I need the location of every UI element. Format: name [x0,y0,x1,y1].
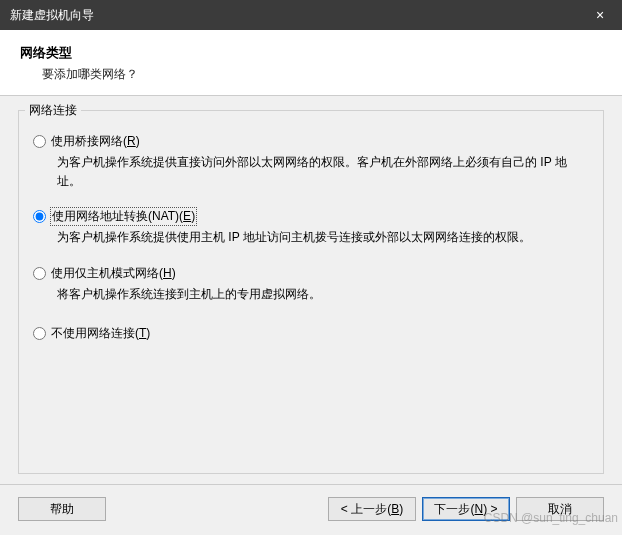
radio-none-input[interactable] [33,327,46,340]
help-button[interactable]: 帮助 [18,497,106,521]
radio-nat-input[interactable] [33,210,46,223]
radio-bridged[interactable]: 使用桥接网络(R) [33,133,589,150]
radio-none[interactable]: 不使用网络连接(T) [33,325,589,342]
close-button[interactable]: × [578,0,622,30]
close-icon: × [596,7,604,23]
groupbox-legend: 网络连接 [25,102,81,119]
wizard-body: 网络连接 使用桥接网络(R) 为客户机操作系统提供直接访问外部以太网网络的权限。… [0,96,622,484]
page-subtitle: 要添加哪类网络？ [42,66,602,83]
back-button[interactable]: < 上一步(B) [328,497,416,521]
page-title: 网络类型 [20,44,602,62]
option-nat: 使用网络地址转换(NAT)(E) 为客户机操作系统提供使用主机 IP 地址访问主… [33,208,589,247]
option-none: 不使用网络连接(T) [33,325,589,342]
wizard-header: 网络类型 要添加哪类网络？ [0,30,622,96]
radio-nat[interactable]: 使用网络地址转换(NAT)(E) [33,208,589,225]
radio-bridged-desc: 为客户机操作系统提供直接访问外部以太网网络的权限。客户机在外部网络上必须有自己的… [57,153,587,190]
radio-bridged-label: 使用桥接网络(R) [51,133,140,150]
radio-nat-desc: 为客户机操作系统提供使用主机 IP 地址访问主机拨号连接或外部以太网网络连接的权… [57,228,587,247]
titlebar: 新建虚拟机向导 × [0,0,622,30]
window-title: 新建虚拟机向导 [10,7,94,24]
wizard-footer: 帮助 < 上一步(B) 下一步(N) > 取消 [0,484,622,533]
radio-none-label: 不使用网络连接(T) [51,325,150,342]
cancel-button[interactable]: 取消 [516,497,604,521]
radio-bridged-input[interactable] [33,135,46,148]
next-button[interactable]: 下一步(N) > [422,497,510,521]
radio-nat-label: 使用网络地址转换(NAT)(E) [51,208,196,225]
network-groupbox: 网络连接 使用桥接网络(R) 为客户机操作系统提供直接访问外部以太网网络的权限。… [18,110,604,474]
option-bridged: 使用桥接网络(R) 为客户机操作系统提供直接访问外部以太网网络的权限。客户机在外… [33,133,589,190]
radio-hostonly-label: 使用仅主机模式网络(H) [51,265,176,282]
option-hostonly: 使用仅主机模式网络(H) 将客户机操作系统连接到主机上的专用虚拟网络。 [33,265,589,304]
radio-hostonly-desc: 将客户机操作系统连接到主机上的专用虚拟网络。 [57,285,587,304]
radio-hostonly[interactable]: 使用仅主机模式网络(H) [33,265,589,282]
radio-hostonly-input[interactable] [33,267,46,280]
